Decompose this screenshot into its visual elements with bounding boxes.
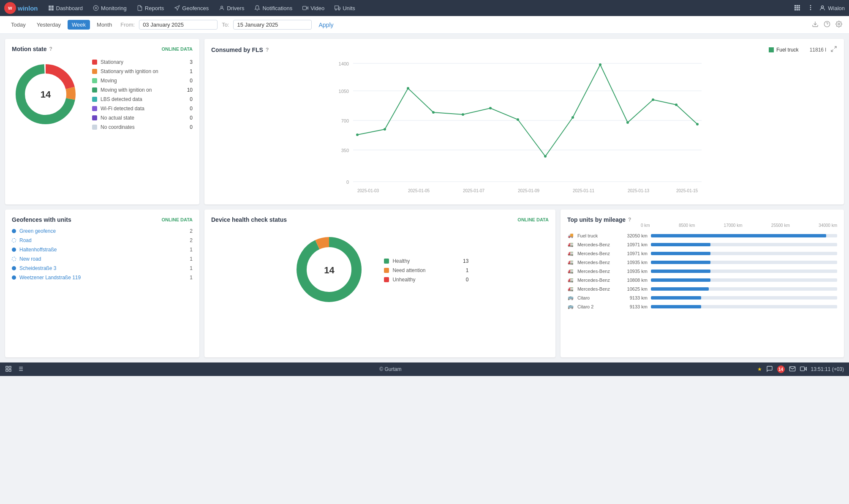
svg-rect-19 [799,7,800,8]
user-menu[interactable]: Wialon [819,5,845,11]
yesterday-button[interactable]: Yesterday [33,20,65,30]
wifi-value: 0 [184,106,193,112]
more-icon[interactable] [805,3,816,14]
wifi-label: Wi-Fi detected data [101,106,181,112]
nav-dashboard[interactable]: Dashboard [44,0,87,16]
geo-label-5[interactable]: Weetzener Landstraße 119 [19,275,186,281]
geo-label-3[interactable]: New road [19,256,186,262]
healthy-label: Healthy [392,258,457,264]
geo-label-4[interactable]: Scheidestraße 3 [19,265,186,271]
nav-drivers[interactable]: Drivers [215,0,248,16]
motion-content: 14 Stationary 3 Stationary with ignition… [12,59,193,130]
expand-icon[interactable] [830,46,837,54]
geo-label-2[interactable]: Haltenhoffstraße [19,247,186,253]
geo-label-0[interactable]: Green geofence [19,228,186,234]
bar-fill-3 [651,261,710,264]
svg-rect-3 [51,8,53,11]
svg-point-26 [822,6,824,8]
grid-view-icon[interactable] [17,365,24,373]
nav-geofences[interactable]: Geofences [170,0,213,16]
settings-icon[interactable] [835,21,842,29]
nav-monitoring[interactable]: Monitoring [89,0,131,16]
star-icon[interactable]: ★ [757,366,762,372]
legend-moving-ignition: Moving with ignition on 10 [92,87,193,93]
grid-icon[interactable] [792,3,802,14]
apply-button[interactable]: Apply [314,20,337,30]
notification-badge[interactable]: 14 [777,365,785,373]
svg-rect-74 [9,369,11,371]
healthy-dot [384,259,389,264]
legend-stationary: Stationary 3 [92,59,193,65]
svg-text:0: 0 [346,180,349,185]
geo-label-1[interactable]: Road [19,237,186,243]
legend-no-actual: No actual state 0 [92,115,193,121]
svg-point-63 [599,63,601,66]
legend-wifi: Wi-Fi detected data 0 [92,106,193,112]
geo-count-0: 2 [190,228,193,234]
bar-row-6: 🚛 Mercedes-Benz 10625 km [567,286,837,292]
bar-icon-0: 🚚 [567,233,574,238]
motion-help-icon[interactable]: ? [49,46,52,52]
month-button[interactable]: Month [93,20,116,30]
bar-km-2: 10971 km [623,251,648,256]
svg-rect-16 [799,5,800,6]
bar-track-0 [651,234,837,237]
week-button[interactable]: Week [68,20,90,30]
top-row: Motion state ? ONLINE DATA [5,39,844,204]
status-time: 13:51:11 (+03) [811,366,844,372]
geo-count-1: 2 [190,237,193,243]
health-legend-attention: Need attention 1 [384,267,468,273]
lbs-color [92,97,97,102]
bar-km-5: 10808 km [623,278,648,283]
geofences-card: Geofences with units ONLINE DATA Green g… [5,210,199,357]
health-legend-healthy: Healthy 13 [384,258,468,264]
health-total: 14 [324,265,334,276]
svg-text:2025-01-03: 2025-01-03 [357,188,379,193]
nav-units[interactable]: Units [330,0,359,16]
no-actual-label: No actual state [101,115,181,121]
stationary-label: Stationary [101,59,181,65]
help-icon[interactable] [824,21,830,29]
svg-rect-71 [6,366,8,368]
mail-icon[interactable] [789,365,796,373]
svg-text:1050: 1050 [339,89,349,94]
logo[interactable]: w winlon [4,2,38,14]
svg-point-65 [652,98,654,101]
top-navigation: w winlon Dashboard Monitoring Reports Ge… [0,0,849,16]
svg-text:350: 350 [341,148,349,153]
download-icon[interactable] [812,21,819,29]
svg-line-35 [834,46,836,49]
lbs-label: LBS detected data [101,96,181,102]
bar-fill-2 [651,252,710,255]
bar-track-6 [651,287,837,291]
geo-dot-3 [12,257,16,261]
geo-item-0: Green geofence 2 [12,228,193,234]
bar-km-0: 32050 km [623,233,648,238]
nav-video[interactable]: Video [298,0,329,16]
user-name: Wialon [828,5,845,11]
from-date-input[interactable] [139,20,218,30]
status-icon-1[interactable] [766,365,773,373]
fls-header: Consumed by FLS ? Fuel truck 11816 l [211,46,837,54]
units-help-icon[interactable]: ? [628,217,631,223]
bar-fill-5 [651,278,710,282]
top-units-card: Top units by mileage ? 0 km 8500 km 1700… [561,210,844,357]
date-bar: Today Yesterday Week Month From: To: App… [0,16,849,34]
legend-stationary-ignition: Stationary with ignition on 1 [92,68,193,74]
nav-reports[interactable]: Reports [133,0,169,16]
moving-ignition-label: Moving with ignition on [101,87,181,93]
list-view-icon[interactable] [5,365,12,373]
geo-dot-4 [12,266,16,270]
svg-text:1400: 1400 [339,61,349,66]
fls-help-icon[interactable]: ? [266,47,269,53]
stationary-value: 3 [184,59,193,65]
geo-dot-0 [12,229,16,233]
healthy-value: 13 [460,258,468,264]
geofences-online-badge: ONLINE DATA [161,217,193,222]
today-button[interactable]: Today [7,20,30,30]
legend-lbs: LBS detected data 0 [92,96,193,102]
nav-notifications[interactable]: Notifications [250,0,297,16]
camera-icon[interactable] [800,365,807,373]
svg-point-4 [93,5,98,11]
to-date-input[interactable] [233,20,312,30]
